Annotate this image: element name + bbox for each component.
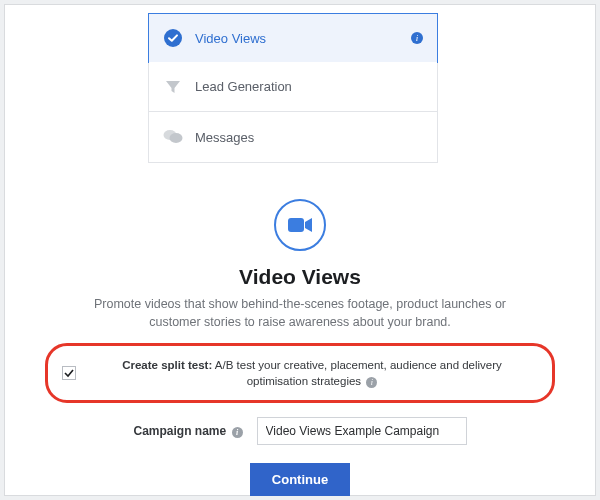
svg-rect-3 <box>288 218 304 232</box>
continue-button[interactable]: Continue <box>250 463 350 496</box>
objective-list: Video Views i Lead Generation Messages <box>148 13 438 163</box>
split-test-callout: Create split test: A/B test your creativ… <box>45 343 555 403</box>
objective-messages[interactable]: Messages <box>149 112 437 162</box>
info-icon[interactable]: i <box>366 377 377 388</box>
messages-icon <box>163 127 183 147</box>
objective-label: Messages <box>195 130 254 145</box>
detail-title: Video Views <box>53 265 547 289</box>
split-test-text: Create split test: A/B test your creativ… <box>90 357 534 389</box>
campaign-name-label: Campaign name i <box>133 424 242 438</box>
objective-label: Lead Generation <box>195 79 292 94</box>
split-test-checkbox[interactable] <box>62 366 76 380</box>
ad-objective-panel: Video Views i Lead Generation Messages V… <box>4 4 596 496</box>
check-circle-icon <box>163 28 183 48</box>
video-views-hero-icon <box>274 199 326 251</box>
objective-detail: Video Views Promote videos that show beh… <box>5 199 595 331</box>
detail-subtitle: Promote videos that show behind-the-scen… <box>70 295 530 331</box>
svg-point-0 <box>164 29 182 47</box>
objective-video-views[interactable]: Video Views i <box>148 13 438 63</box>
svg-point-2 <box>170 133 183 143</box>
campaign-name-row: Campaign name i <box>5 417 595 445</box>
objective-label: Video Views <box>195 31 266 46</box>
info-icon[interactable]: i <box>232 427 243 438</box>
info-icon[interactable]: i <box>411 32 423 44</box>
funnel-icon <box>163 77 183 97</box>
svg-rect-4 <box>63 367 76 380</box>
campaign-name-input[interactable] <box>257 417 467 445</box>
split-test-bold: Create split test: <box>122 359 212 371</box>
objective-lead-generation[interactable]: Lead Generation <box>149 62 437 112</box>
split-test-rest: A/B test your creative, placement, audie… <box>212 359 502 387</box>
